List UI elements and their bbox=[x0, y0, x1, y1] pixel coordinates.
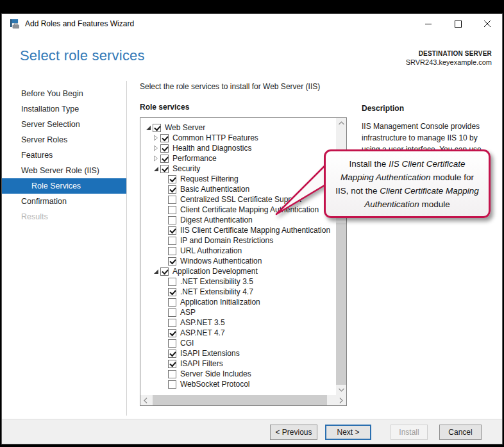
tree-item-server-side-includes[interactable]: Server Side Includes bbox=[140, 369, 336, 379]
tree-item-windows-authentication[interactable]: Windows Authentication bbox=[140, 256, 336, 266]
destination-server-name: SRVR243.keyexample.com bbox=[406, 58, 492, 66]
checkbox-isapi-extensions[interactable] bbox=[168, 350, 176, 358]
tree-item-application-initialization[interactable]: Application Initialization bbox=[140, 297, 336, 307]
checkbox-web-server[interactable] bbox=[153, 124, 161, 132]
tree-item-label: Health and Diagnostics bbox=[172, 144, 251, 153]
tree-item-url-authorization[interactable]: URL Authorization bbox=[140, 246, 336, 256]
horizontal-scrollbar[interactable] bbox=[140, 395, 346, 405]
checkbox-cgi[interactable] bbox=[168, 339, 176, 348]
tree-item-label: ISAPI Extensions bbox=[180, 349, 240, 358]
minimize-button[interactable] bbox=[414, 14, 443, 33]
window-title: Add Roles and Features Wizard bbox=[25, 14, 134, 33]
checkbox-websocket-protocol[interactable] bbox=[168, 380, 176, 389]
tree-item-asp[interactable]: ASP bbox=[140, 307, 336, 317]
checkbox-request-filtering[interactable] bbox=[168, 175, 176, 183]
title-bar[interactable]: Add Roles and Features Wizard bbox=[2, 14, 502, 33]
scroll-left-button[interactable] bbox=[140, 395, 151, 405]
checkbox-windows-authentication[interactable] bbox=[168, 257, 176, 266]
tree-item-label: CGI bbox=[180, 339, 194, 348]
checkbox-client-certificate-mapping-authentication[interactable] bbox=[168, 206, 176, 214]
tree-item-cgi[interactable]: CGI bbox=[140, 338, 336, 348]
checkbox-ip-and-domain-restrictions[interactable] bbox=[168, 237, 176, 245]
chevron-left-icon bbox=[144, 398, 147, 403]
checkbox-centralized-ssl-certificate-support[interactable] bbox=[168, 196, 176, 204]
checkbox-application-initialization[interactable] bbox=[168, 298, 176, 307]
tree-item-label: Digest Authentication bbox=[180, 215, 253, 224]
tree-item-common-http-features[interactable]: Common HTTP Features bbox=[140, 133, 336, 143]
footer-bar: < Previous Next > Install Cancel bbox=[2, 419, 502, 444]
expander-expanded-icon[interactable] bbox=[152, 267, 160, 275]
scroll-right-button[interactable] bbox=[336, 395, 346, 405]
sidebar-item-features[interactable]: Features bbox=[2, 148, 126, 163]
checkbox-url-authorization[interactable] bbox=[168, 247, 176, 255]
tree-item-ip-and-domain-restrictions[interactable]: IP and Domain Restrictions bbox=[140, 235, 336, 246]
sidebar-item-server-roles[interactable]: Server Roles bbox=[2, 132, 126, 148]
tree-item-net-extensibility-3-5[interactable]: .NET Extensibility 3.5 bbox=[140, 276, 336, 287]
sidebar-item-installation-type[interactable]: Installation Type bbox=[2, 101, 126, 117]
tree-item-isapi-extensions[interactable]: ISAPI Extensions bbox=[140, 348, 336, 358]
tree-item-label: Performance bbox=[172, 154, 217, 163]
previous-button[interactable]: < Previous bbox=[270, 425, 317, 440]
screenshot-stage: Add Roles and Features Wizard Select rol… bbox=[0, 0, 504, 447]
checkbox-server-side-includes[interactable] bbox=[168, 370, 176, 378]
sidebar-item-web-server-role-iis[interactable]: Web Server Role (IIS) bbox=[2, 163, 126, 178]
minimize-icon bbox=[425, 21, 432, 28]
next-button[interactable]: Next > bbox=[325, 425, 371, 440]
sidebar-item-confirmation[interactable]: Confirmation bbox=[2, 194, 126, 209]
checkbox-net-extensibility-3-5[interactable] bbox=[168, 278, 176, 286]
chevron-down-icon bbox=[339, 388, 344, 392]
checkbox-application-development[interactable] bbox=[160, 267, 169, 276]
checkbox-digest-authentication[interactable] bbox=[168, 216, 176, 224]
checkbox-security[interactable] bbox=[160, 165, 169, 173]
checkbox-health-and-diagnostics[interactable] bbox=[160, 144, 169, 153]
tree-item-net-extensibility-4-7[interactable]: .NET Extensibility 4.7 bbox=[140, 287, 336, 297]
server-manager-icon bbox=[10, 19, 21, 30]
expander-collapsed-icon[interactable] bbox=[152, 134, 160, 142]
expander-expanded-icon[interactable] bbox=[144, 124, 152, 131]
checkbox-iis-client-certificate-mapping-authentication[interactable] bbox=[168, 226, 176, 235]
checkbox-performance[interactable] bbox=[160, 155, 169, 163]
wizard-window: Add Roles and Features Wizard Select rol… bbox=[1, 13, 503, 444]
scroll-down-button[interactable] bbox=[336, 385, 346, 395]
expander-collapsed-icon[interactable] bbox=[152, 155, 160, 162]
sidebar-item-role-services[interactable]: Role Services bbox=[2, 178, 126, 194]
checkbox-basic-authentication[interactable] bbox=[168, 185, 176, 194]
tree-item-asp-net-4-7[interactable]: ASP.NET 4.7 bbox=[140, 328, 336, 338]
tree-item-label: Application Development bbox=[172, 267, 258, 276]
cancel-button[interactable]: Cancel bbox=[439, 425, 482, 440]
wizard-steps-sidebar: Before You BeginInstallation TypeServer … bbox=[2, 86, 126, 224]
expander-expanded-icon[interactable] bbox=[152, 165, 160, 173]
page-title: Select role services bbox=[20, 47, 145, 64]
tree-item-application-development[interactable]: Application Development bbox=[140, 266, 336, 276]
checkbox-net-extensibility-4-7[interactable] bbox=[168, 288, 176, 296]
scroll-up-button[interactable] bbox=[336, 118, 346, 128]
checkbox-common-http-features[interactable] bbox=[160, 134, 169, 142]
sidebar-item-server-selection[interactable]: Server Selection bbox=[2, 117, 126, 132]
sidebar-item-before-you-begin[interactable]: Before You Begin bbox=[2, 86, 126, 101]
maximize-button[interactable] bbox=[443, 14, 473, 33]
tree-item-label: ASP.NET 4.7 bbox=[180, 328, 225, 337]
destination-server-label: DESTINATION SERVER bbox=[406, 50, 492, 57]
checkbox-asp-net-3-5[interactable] bbox=[168, 319, 176, 327]
checkbox-asp-net-4-7[interactable] bbox=[168, 329, 176, 337]
checkbox-isapi-filters[interactable] bbox=[168, 360, 176, 368]
tree-item-isapi-filters[interactable]: ISAPI Filters bbox=[140, 358, 336, 369]
tree-item-label: ASP.NET 3.5 bbox=[180, 318, 225, 327]
tree-item-web-server[interactable]: Web Server bbox=[140, 122, 336, 133]
vertical-scrollbar-thumb[interactable] bbox=[336, 223, 346, 385]
tree-item-asp-net-3-5[interactable]: ASP.NET 3.5 bbox=[140, 317, 336, 328]
tree-item-websocket-protocol[interactable]: WebSocket Protocol bbox=[140, 379, 336, 389]
expander-collapsed-icon[interactable] bbox=[152, 144, 160, 152]
tree-item-label: WebSocket Protocol bbox=[180, 380, 250, 389]
tree-item-label: Request Filtering bbox=[180, 174, 239, 183]
tree-item-label: Web Server bbox=[165, 123, 205, 132]
horizontal-scrollbar-thumb[interactable] bbox=[153, 395, 327, 405]
checkbox-asp[interactable] bbox=[168, 308, 176, 317]
tree-item-label: Security bbox=[172, 164, 200, 173]
tree-item-label: URL Authorization bbox=[180, 246, 242, 255]
annotation-callout: Install the IIS Client Certificate Mappi… bbox=[324, 149, 491, 218]
tree-item-label: ASP bbox=[180, 308, 196, 317]
instruction-text: Select the role services to install for … bbox=[140, 82, 320, 91]
close-button[interactable] bbox=[473, 14, 502, 33]
callout-plain: Install the bbox=[349, 159, 389, 169]
